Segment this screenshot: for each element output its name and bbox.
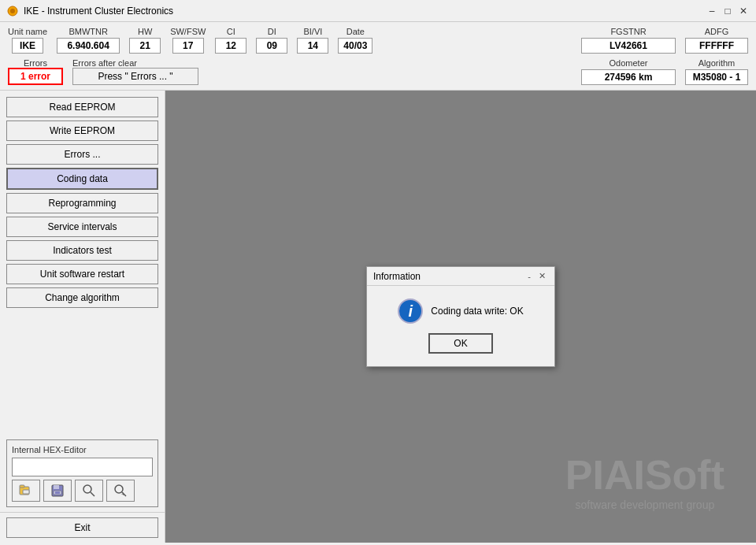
fgstnr-label: FGSTNR [610,27,646,36]
dialog-minimize-button[interactable]: - [525,271,533,281]
dialog-content-row: i Coding data write: OK [398,298,523,324]
sidebar-button-6[interactable]: Indicators test [6,240,158,261]
hw-label: HW [138,27,152,36]
fgstnr-value: LV42661 [581,38,676,54]
errors-section: Errors 1 error [8,58,63,85]
hex-editor-label: Internal HEX-Editor [12,445,153,454]
date-value: 40/03 [338,38,372,54]
errors-after-clear-section: Errors after clear Press " Errors ... " [72,58,198,85]
adfg-value: FFFFFF [685,38,748,54]
sidebar-button-8[interactable]: Change algorithm [6,287,158,308]
sw-fsw-label: SW/FSW [170,27,206,36]
sidebar-button-3[interactable]: Coding data [6,168,158,190]
hw-value: 21 [129,38,161,54]
app-icon [6,5,19,17]
errors-after-clear-button[interactable]: Press " Errors ... " [72,68,198,85]
errors-label: Errors [24,58,47,68]
hex-open-button[interactable] [12,480,40,502]
main-layout: Read EEPROMWrite EEPROMErrors ...Coding … [0,91,756,543]
dialog-title: Information [373,271,421,282]
sidebar-button-2[interactable]: Errors ... [6,144,158,165]
hex-editor: Internal HEX-Editor [6,439,158,507]
dialog-body: i Coding data write: OK OK [367,286,554,366]
odometer-field: Odometer 274596 km [581,58,676,85]
header-row-1: Unit name IKE BMWTNR 6.940.604 HW 21 SW/… [8,27,748,54]
bmwtnr-label: BMWTNR [69,27,108,36]
maximize-button[interactable]: □ [721,5,734,17]
bi-vi-field: BI/VI 14 [297,27,328,54]
bi-vi-value: 14 [297,38,328,54]
exit-button[interactable]: Exit [6,517,158,538]
ci-value: 12 [215,38,246,54]
information-dialog: Information - ✕ i Coding data write: OK … [366,266,555,367]
unit-name-value: IKE [12,38,43,54]
algorithm-value: M35080 - 1 [685,69,748,85]
dialog-ok-button[interactable]: OK [428,333,492,354]
close-button[interactable]: ✕ [737,5,750,17]
ci-label: CI [227,27,235,36]
bi-vi-label: BI/VI [303,27,322,36]
minimize-button[interactable]: – [706,5,718,17]
svg-rect-6 [54,485,59,489]
adfg-field: ADFG FFFFFF [685,27,748,54]
dialog-title-bar: Information - ✕ [367,267,554,286]
svg-point-9 [83,485,91,493]
adfg-label: ADFG [705,27,729,36]
sidebar-button-5[interactable]: Service intervals [6,217,158,237]
algorithm-field: Algorithm M35080 - 1 [685,58,748,85]
bmwtnr-field: BMWTNR 6.940.604 [57,27,120,54]
svg-line-10 [91,492,94,496]
sidebar-button-4[interactable]: Reprogramming [6,193,158,213]
svg-rect-4 [23,490,29,494]
hex-toolbar: + [12,480,153,502]
dialog-message: Coding data write: OK [431,306,523,317]
ci-field: CI 12 [215,27,246,54]
svg-rect-8 [55,491,60,494]
hex-editor-section: Internal HEX-Editor [0,428,165,512]
hex-input[interactable] [12,458,153,476]
sidebar-button-1[interactable]: Write EEPROM [6,120,158,141]
exit-section: Exit [0,512,165,543]
svg-point-1 [10,9,15,13]
sw-fsw-field: SW/FSW 17 [170,27,206,54]
odometer-label: Odometer [610,58,648,68]
title-bar: IKE - Instrument Cluster Electronics – □… [0,0,756,22]
date-label: Date [346,27,365,36]
algorithm-label: Algorithm [699,58,735,68]
dialog-close-button[interactable]: ✕ [536,271,548,281]
left-panel: Read EEPROMWrite EEPROMErrors ...Coding … [0,91,165,543]
sidebar-button-7[interactable]: Unit software restart [6,264,158,284]
hw-field: HW 21 [129,27,161,54]
errors-after-clear-label: Errors after clear [72,58,198,68]
unit-name-label: Unit name [8,27,47,36]
sidebar-buttons: Read EEPROMWrite EEPROMErrors ...Coding … [0,91,165,428]
di-label: DI [268,27,276,36]
header-area: Unit name IKE BMWTNR 6.940.604 HW 21 SW/… [0,22,756,91]
fgstnr-field: FGSTNR LV42661 [581,27,676,54]
svg-rect-3 [20,485,24,488]
odometer-value: 274596 km [581,69,676,85]
main-content-area: PIAISoft software development group Info… [165,91,756,543]
dialog-overlay: Information - ✕ i Coding data write: OK … [165,91,756,543]
unit-name-field: Unit name IKE [8,27,47,54]
di-field: DI 09 [256,27,287,54]
info-icon: i [398,298,423,324]
title-bar-left: IKE - Instrument Cluster Electronics [6,5,173,17]
dialog-controls: - ✕ [525,271,548,281]
svg-text:+: + [121,491,125,498]
di-value: 09 [256,38,287,54]
bmwtnr-value: 6.940.604 [57,38,120,54]
sidebar-button-0[interactable]: Read EEPROM [6,97,158,117]
hex-save-button[interactable] [43,480,72,502]
errors-value: 1 error [8,68,63,85]
header-row-2: Errors 1 error Errors after clear Press … [8,58,748,85]
hex-search-button[interactable] [75,480,103,502]
sw-fsw-value: 17 [172,38,204,54]
hex-search-next-button[interactable]: + [106,480,135,502]
date-field: Date 40/03 [338,27,372,54]
window-controls: – □ ✕ [706,5,750,17]
window-title: IKE - Instrument Cluster Electronics [24,6,173,17]
